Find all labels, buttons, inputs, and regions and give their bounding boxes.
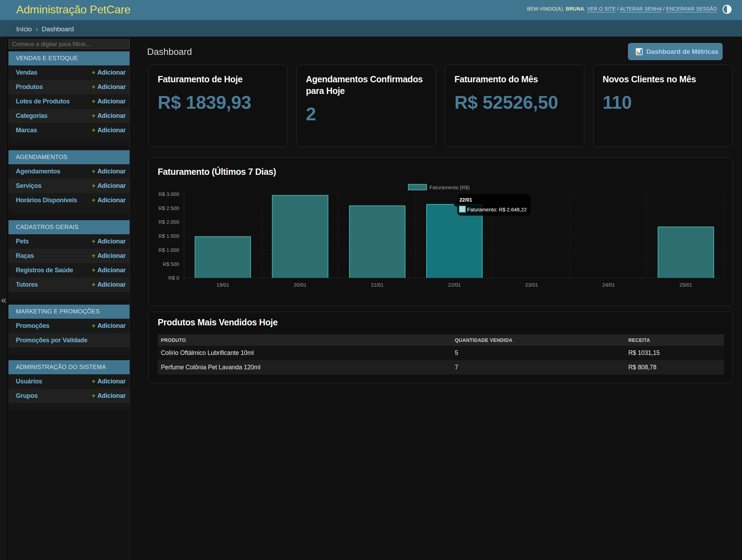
svg-text:Faturamento (Últimos 7 Dias): Faturamento (Últimos 7 Dias) [158, 166, 276, 177]
svg-text:R$ 0: R$ 0 [168, 275, 179, 281]
svg-text:R$ 2.000: R$ 2.000 [158, 219, 179, 225]
svg-text:R$ 500: R$ 500 [163, 261, 179, 267]
svg-text:R$ 1.000: R$ 1.000 [158, 247, 179, 253]
svg-text:Faturamento: R$ 2.648,22: Faturamento: R$ 2.648,22 [467, 207, 527, 212]
svg-text:Faturamento (R$): Faturamento (R$) [429, 185, 470, 190]
svg-text:R$ 3.000: R$ 3.000 [158, 191, 179, 197]
svg-text:22/01: 22/01 [459, 197, 472, 203]
svg-text:24/01: 24/01 [602, 282, 615, 288]
svg-text:21/01: 21/01 [371, 282, 384, 288]
svg-text:23/01: 23/01 [525, 282, 538, 288]
svg-text:22/01: 22/01 [448, 282, 461, 288]
svg-text:19/01: 19/01 [216, 282, 229, 288]
svg-text:20/01: 20/01 [294, 282, 307, 288]
svg-text:R$ 1.500: R$ 1.500 [158, 233, 179, 239]
svg-text:25/01: 25/01 [679, 282, 692, 288]
svg-text:R$ 2.500: R$ 2.500 [158, 205, 179, 211]
